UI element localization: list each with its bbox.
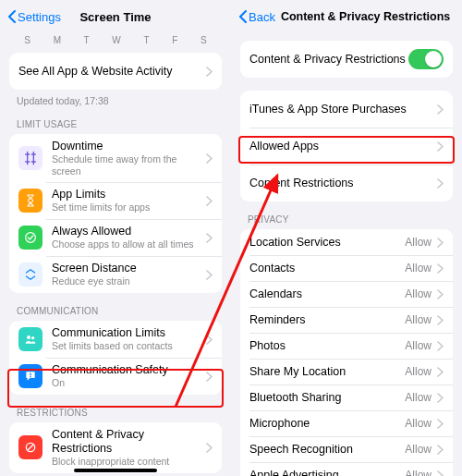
chevron-right-icon [437, 367, 444, 377]
content-privacy-row[interactable]: Content & Privacy RestrictionsBlock inap… [9, 422, 222, 473]
screen-distance-row[interactable]: Screen DistanceReduce eye strain [9, 256, 222, 293]
restrictions-header: RESTRICTIONS [0, 395, 231, 422]
row-sub: Block inappropriate content [52, 456, 201, 468]
chevron-right-icon [437, 263, 444, 274]
row-value: Allow [405, 469, 432, 476]
privacy-row[interactable]: MicrophoneAllow [240, 410, 453, 436]
chevron-right-icon [437, 393, 444, 403]
screen-time-pane: Settings Screen Time S M T W T F S See A… [0, 0, 231, 476]
people-icon [18, 327, 43, 351]
chevron-right-icon [206, 153, 213, 164]
row-label: Content Restrictions [249, 177, 432, 190]
row-label: Downtime [52, 140, 201, 153]
privacy-header: PRIVACY [231, 201, 462, 229]
updated-footer: Updated today, 17:38 [0, 90, 231, 106]
privacy-row[interactable]: Location ServicesAllow [240, 229, 453, 255]
row-value: Allow [405, 236, 432, 249]
chevron-right-icon [437, 315, 444, 325]
privacy-row[interactable]: Share My LocationAllow [240, 359, 453, 384]
back-button[interactable]: Settings [7, 10, 61, 24]
day: W [112, 35, 120, 45]
communication-safety-row[interactable]: Communication SafetyOn [9, 358, 222, 395]
chevron-right-icon [206, 335, 213, 345]
group1-card: iTunes & App Store Purchases Allowed App… [240, 91, 453, 201]
restrictions-switch[interactable] [408, 49, 444, 69]
svg-point-2 [31, 336, 34, 339]
privacy-row[interactable]: RemindersAllow [240, 307, 453, 333]
row-sub: On [52, 377, 201, 389]
row-sub: Reduce eye strain [52, 275, 201, 287]
day: T [84, 35, 90, 45]
itunes-purchases-row[interactable]: iTunes & App Store Purchases [240, 91, 453, 128]
back-button[interactable]: Back [238, 10, 275, 24]
home-indicator [74, 469, 157, 472]
privacy-row[interactable]: Bluetooth SharingAllow [240, 384, 453, 410]
row-value: Allow [405, 313, 432, 326]
row-label: Photos [249, 339, 399, 353]
see-all-label: See All App & Website Activity [18, 65, 201, 79]
chevron-right-icon [437, 341, 444, 351]
day: M [54, 35, 61, 45]
limit-usage-header: LIMIT USAGE [0, 106, 231, 134]
row-label: Reminders [249, 313, 399, 327]
app-limits-row[interactable]: App LimitsSet time limits for apps [9, 182, 222, 219]
day: S [201, 35, 207, 45]
communication-card: Communication LimitsSet limits based on … [9, 321, 222, 395]
chevron-right-icon [206, 67, 213, 77]
privacy-row[interactable]: PhotosAllow [240, 333, 453, 359]
communication-limits-row[interactable]: Communication LimitsSet limits based on … [9, 321, 222, 358]
content-restrictions-row[interactable]: Content Restrictions [240, 165, 453, 201]
no-symbol-icon [18, 435, 43, 459]
always-allowed-row[interactable]: Always AllowedChoose apps to allow at al… [9, 219, 222, 256]
checkmark-icon [18, 226, 43, 250]
row-label: Bluetooth Sharing [249, 391, 399, 405]
communication-header: COMMUNICATION [0, 293, 231, 321]
weekday-row: S M T W T F S [0, 33, 231, 53]
row-value: Allow [405, 365, 432, 378]
chevron-right-icon [437, 178, 444, 189]
privacy-row[interactable]: Speech RecognitionAllow [240, 436, 453, 462]
chevron-right-icon [206, 196, 213, 206]
chevron-right-icon [437, 289, 444, 299]
row-label: Screen Distance [52, 262, 201, 275]
page-title: Content & Privacy Restrictions [281, 10, 450, 23]
privacy-row[interactable]: CalendarsAllow [240, 281, 453, 307]
privacy-row[interactable]: ContactsAllow [240, 255, 453, 281]
row-value: Allow [405, 443, 432, 456]
row-label: Location Services [249, 236, 399, 250]
row-label: iTunes & App Store Purchases [249, 103, 432, 116]
chevron-right-icon [206, 270, 213, 280]
row-value: Allow [405, 287, 432, 300]
row-label: Calendars [249, 287, 399, 301]
row-label: Content & Privacy Restrictions [52, 428, 201, 456]
row-label: Allowed Apps [249, 140, 432, 153]
row-label: Microphone [249, 417, 399, 431]
chevron-right-icon [206, 443, 213, 453]
chevron-right-icon [206, 372, 213, 382]
chevron-right-icon [437, 238, 444, 248]
row-label: Contacts [249, 262, 399, 275]
row-value: Allow [405, 339, 432, 352]
row-sub: Set time limits for apps [52, 201, 201, 214]
chevron-right-icon [437, 141, 444, 152]
activity-card: See All App & Website Activity [9, 53, 222, 90]
restrictions-card: Content & Privacy RestrictionsBlock inap… [9, 422, 222, 473]
restrictions-toggle-row[interactable]: Content & Privacy Restrictions [240, 41, 453, 78]
svg-point-1 [27, 336, 30, 339]
allowed-apps-row[interactable]: Allowed Apps [240, 128, 453, 165]
row-label: Always Allowed [52, 225, 201, 238]
row-value: Allow [405, 417, 432, 430]
svg-rect-3 [30, 373, 30, 376]
see-all-activity[interactable]: See All App & Website Activity [9, 53, 222, 90]
downtime-row[interactable]: DowntimeSchedule time away from the scre… [9, 134, 222, 182]
row-sub: Set limits based on contacts [52, 340, 201, 352]
back-label: Settings [18, 10, 61, 24]
navbar: Back Content & Privacy Restrictions [231, 0, 462, 33]
row-value: Allow [405, 262, 432, 275]
privacy-row[interactable]: Apple AdvertisingAllow [240, 462, 453, 476]
row-label: App Limits [52, 188, 201, 201]
row-sub: Choose apps to allow at all times [52, 238, 201, 250]
content-privacy-pane: Back Content & Privacy Restrictions Cont… [231, 0, 462, 476]
hourglass-icon [18, 189, 43, 213]
chevron-right-icon [437, 104, 444, 115]
